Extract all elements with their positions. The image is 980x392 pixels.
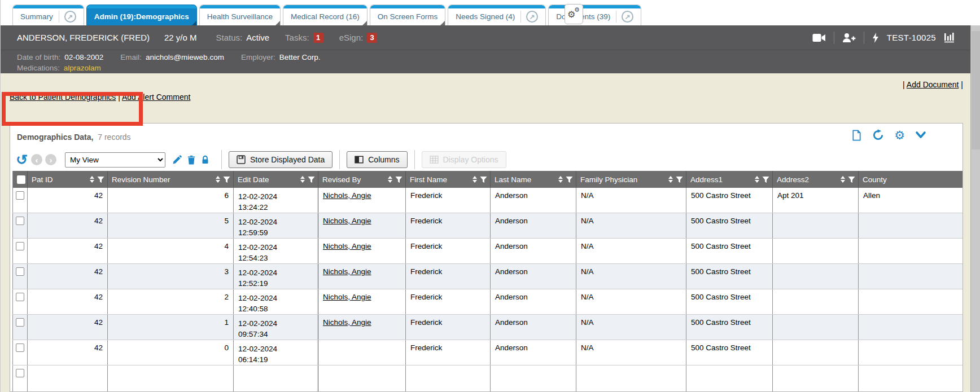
table-row: 42312-02-202412:52:19Nichols, AngieFrede… [13, 264, 964, 289]
column-header-pat-id[interactable]: Pat ID [28, 171, 108, 188]
filter-funnel-icon[interactable] [395, 176, 403, 183]
tab-admin-19-demographics[interactable]: Admin (19):Demographics [86, 5, 197, 25]
gear-icon[interactable]: ⚙ [894, 130, 905, 141]
filter-funnel-icon[interactable] [566, 176, 573, 183]
add-person-icon[interactable] [842, 33, 856, 43]
cell-pat-id: 42 [28, 213, 108, 239]
sort-icon[interactable] [755, 176, 759, 183]
reset-view-icon[interactable]: ↺ [16, 153, 28, 166]
medications-value[interactable]: alprazolam [64, 64, 101, 72]
columns-button[interactable]: Columns [347, 151, 407, 168]
revised-by-link[interactable]: Nichols, Angie [323, 217, 371, 225]
cell-address2: Apt 201 [773, 188, 859, 213]
revised-by-link[interactable]: Nichols, Angie [323, 293, 371, 301]
sort-icon[interactable] [841, 176, 845, 183]
collapse-chevron-icon[interactable] [915, 131, 926, 140]
cell-last-name: Anderson [491, 289, 576, 315]
edit-date: 12-02-2024 [238, 242, 313, 253]
filter-funnel-icon[interactable] [848, 176, 855, 183]
sort-icon[interactable] [558, 176, 563, 183]
previous-view-button[interactable]: ‹ [31, 154, 42, 165]
cell-address1: 500 Castro Street [686, 289, 773, 315]
row-checkbox[interactable] [16, 318, 24, 327]
cell-county [859, 315, 964, 340]
column-header-first-name[interactable]: First Name [406, 171, 491, 188]
delete-view-trash-icon[interactable] [187, 155, 196, 165]
cell-revision: 3 [108, 264, 234, 289]
sort-icon[interactable] [216, 176, 220, 183]
cell-last-name: Anderson [491, 264, 576, 289]
column-header-address2[interactable]: Address2 [773, 171, 859, 188]
new-document-icon[interactable] [851, 130, 862, 141]
tab-label: Summary [20, 12, 53, 21]
column-header-county[interactable]: County [859, 171, 964, 188]
filter-funnel-icon[interactable] [762, 176, 769, 183]
filter-funnel-icon[interactable] [676, 176, 683, 183]
cell-revised-by: Nichols, Angie [318, 239, 406, 264]
tab-summary[interactable]: Summary↗ [12, 5, 84, 25]
column-header-address1[interactable]: Address1 [686, 171, 773, 188]
tab-medical-record-16[interactable]: Medical Record (16) [283, 5, 368, 25]
sort-icon[interactable] [668, 176, 673, 183]
cell-pat-id: 42 [28, 264, 108, 289]
tab-documents-39[interactable]: Documents (39)↗ [548, 5, 641, 25]
popout-arrow-icon[interactable]: ↗ [526, 11, 538, 23]
row-checkbox[interactable] [16, 293, 24, 301]
row-checkbox[interactable] [16, 343, 24, 352]
select-all-checkbox[interactable] [17, 175, 25, 184]
next-view-button[interactable]: › [45, 154, 56, 165]
sort-icon[interactable] [388, 176, 392, 183]
add-document-link[interactable]: Add Document [907, 80, 959, 89]
lightning-icon[interactable] [872, 33, 879, 43]
store-displayed-data-button[interactable]: Store Displayed Data [229, 151, 333, 168]
column-header-edit-date[interactable]: Edit Date [234, 171, 318, 188]
view-select[interactable]: My View [65, 152, 165, 168]
lock-view-icon[interactable] [201, 155, 209, 164]
sort-icon[interactable] [90, 176, 94, 183]
sort-icon[interactable] [300, 176, 305, 183]
column-header-last-name[interactable]: Last Name [491, 171, 576, 188]
popout-arrow-icon[interactable]: ↗ [622, 11, 633, 23]
filter-funnel-icon[interactable] [480, 176, 487, 183]
tab-health-surveillance[interactable]: Health Surveillance [199, 5, 281, 25]
revised-by-link[interactable]: Nichols, Angie [323, 191, 371, 200]
filter-funnel-icon[interactable] [308, 176, 315, 183]
video-camera-icon[interactable] [812, 33, 826, 42]
edit-date: 12-02-2024 [238, 318, 313, 329]
column-header-family-physician[interactable]: Family Physician [576, 171, 686, 188]
esign-badge[interactable]: 3 [367, 33, 377, 43]
vertical-scrollbar[interactable] [970, 25, 980, 392]
revised-by-link[interactable]: Nichols, Angie [323, 242, 371, 250]
scrollbar-thumb[interactable] [972, 31, 980, 149]
cell-pat-id: 42 [28, 340, 108, 365]
row-checkbox[interactable] [16, 191, 24, 200]
select-all-header[interactable] [13, 171, 28, 188]
row-checkbox[interactable] [16, 267, 24, 276]
column-header-revision-number[interactable]: Revision Number [108, 171, 234, 188]
bar-chart-icon[interactable] [944, 32, 955, 43]
row-checkbox[interactable] [16, 242, 24, 250]
tab-label: Needs Signed (4) [456, 12, 515, 21]
cell-edit-date: 12-02-202412:52:19 [234, 264, 318, 289]
revised-by-link[interactable]: Nichols, Angie [323, 318, 371, 327]
record-count: 7 records [98, 133, 130, 142]
patient-demographics-strip: Date of birth:02-08-2002 Email:anichols@… [0, 50, 980, 73]
chart-settings-button[interactable]: ⚙ ⚙ [565, 4, 583, 24]
tasks-badge[interactable]: 1 [313, 33, 323, 43]
edit-view-pencil-icon[interactable] [172, 155, 182, 165]
row-checkbox[interactable] [16, 369, 24, 377]
column-header-revised-by[interactable]: Revised By [318, 171, 406, 188]
demographics-data-panel: Demographics Data, 7 records ⚙ ↺ ‹ › My … [10, 123, 963, 392]
red-highlight-annotation [2, 92, 143, 126]
filter-funnel-icon[interactable] [223, 176, 230, 183]
filter-funnel-icon[interactable] [97, 176, 104, 183]
tab-on-screen-forms[interactable]: On Screen Forms [370, 5, 446, 25]
popout-arrow-icon[interactable]: ↗ [64, 11, 76, 23]
revised-by-link[interactable]: Nichols, Angie [323, 267, 371, 276]
row-checkbox[interactable] [16, 217, 24, 225]
edit-time: 09:57:34 [238, 329, 313, 340]
cell-county: Allen [859, 188, 964, 213]
sort-icon[interactable] [473, 176, 477, 183]
tab-needs-signed-4[interactable]: Needs Signed (4)↗ [448, 5, 546, 25]
refresh-icon[interactable] [872, 129, 884, 141]
